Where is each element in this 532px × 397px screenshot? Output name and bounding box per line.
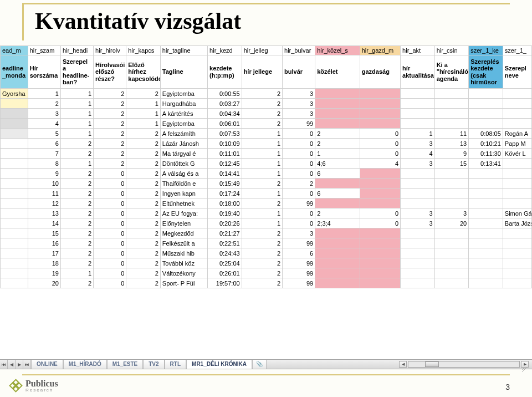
cell-hirolv[interactable]: 0 — [94, 228, 126, 238]
cell-gazd[interactable] — [360, 198, 400, 208]
cell-kapcs[interactable]: 1 — [126, 119, 161, 129]
cell-gazd[interactable] — [360, 179, 400, 189]
cell-szer1k[interactable]: 0:10:21 — [469, 139, 503, 149]
cell-szer1k[interactable]: 0:11:30 — [469, 149, 503, 159]
cell-kezd[interactable]: 0:06:01 — [208, 119, 242, 129]
cell-szer1[interactable] — [503, 179, 531, 189]
cell-ead[interactable] — [1, 238, 28, 248]
cell-head[interactable]: 1 — [60, 99, 93, 109]
cell-tagline[interactable]: Felkészült a — [160, 238, 207, 248]
cell-jelleg[interactable]: 2 — [242, 238, 282, 248]
tab-end-icon[interactable]: 📎 — [252, 360, 267, 369]
cell-akt[interactable] — [401, 109, 435, 119]
cell-bulvar[interactable]: 99 — [283, 119, 315, 129]
cell-kezd[interactable]: 0:26:01 — [208, 268, 242, 278]
table-row[interactable]: 13202Az EU fogya:0:19:40102033Simon Gáb — [1, 208, 532, 218]
cell-csin[interactable] — [434, 258, 469, 268]
tab-online[interactable]: ONLINE — [31, 360, 63, 369]
cell-szam[interactable]: 12 — [28, 198, 60, 208]
cell-jelleg[interactable]: 1 — [242, 189, 282, 198]
cell-head[interactable]: 1 — [60, 268, 93, 278]
cell-ead[interactable]: Gyorsha — [1, 89, 28, 99]
cell-tagline[interactable]: Eltűnhetnek — [160, 198, 207, 208]
tab-m1este[interactable]: M1_ESTE — [107, 360, 144, 369]
cell-head[interactable]: 2 — [60, 189, 93, 198]
cell-szer1[interactable] — [503, 109, 531, 119]
horizontal-scrollbar[interactable]: ◀ ▶ — [399, 360, 532, 368]
table-row[interactable]: 19102Változékony0:26:01299 — [1, 268, 532, 278]
cell-csin[interactable] — [434, 268, 469, 278]
cell-kezd[interactable]: 0:11:01 — [208, 149, 242, 159]
cell-kozel[interactable] — [315, 109, 360, 119]
table-row[interactable]: 5122A felszámíth0:07:5310201110:08:05Rog… — [1, 129, 532, 139]
cell-csin[interactable] — [434, 109, 469, 119]
table-row[interactable]: 16202Felkészült a0:22:51299 — [1, 238, 532, 248]
cell-tagline[interactable]: Hargadhába — [160, 99, 207, 109]
cell-head[interactable]: 1 — [60, 89, 93, 99]
table-row[interactable]: 15202Megkezdőd0:21:2723 — [1, 228, 532, 238]
cell-kezd[interactable]: 0:21:27 — [208, 228, 242, 238]
cell-kezd[interactable]: 0:12:45 — [208, 159, 242, 169]
cell-szer1k[interactable] — [469, 248, 503, 258]
cell-akt[interactable]: 4 — [401, 149, 435, 159]
cell-kezd[interactable]: 0:24:43 — [208, 248, 242, 258]
cell-szam[interactable]: 18 — [28, 258, 60, 268]
cell-akt[interactable] — [401, 278, 435, 288]
cell-jelleg[interactable]: 1 — [242, 169, 282, 179]
cell-tagline[interactable]: Megkezdőd — [160, 228, 207, 238]
cell-szam[interactable]: 3 — [28, 109, 60, 119]
cell-akt[interactable] — [401, 228, 435, 238]
table-row[interactable]: 8122Döntöttek G0:12:45104;643150:13:41 — [1, 159, 532, 169]
cell-bulvar[interactable]: 3 — [283, 99, 315, 109]
cell-gazd[interactable] — [360, 89, 400, 99]
cell-akt[interactable] — [401, 89, 435, 99]
cell-bulvar[interactable]: 0 — [283, 139, 315, 149]
cell-tagline[interactable]: Előnytelen — [160, 218, 207, 228]
cell-ead[interactable] — [1, 149, 28, 159]
cell-akt[interactable]: 3 — [401, 139, 435, 149]
cell-head[interactable]: 2 — [60, 228, 93, 238]
cell-hirolv[interactable]: 0 — [94, 198, 126, 208]
cell-csin[interactable] — [434, 189, 469, 198]
cell-ead[interactable] — [1, 208, 28, 218]
cell-jelleg[interactable]: 2 — [242, 179, 282, 189]
cell-akt[interactable] — [401, 119, 435, 129]
cell-tagline[interactable]: Thaiföldön e — [160, 179, 207, 189]
cell-szer1[interactable] — [503, 89, 531, 99]
cell-kezd[interactable]: 0:10:09 — [208, 139, 242, 149]
cell-csin[interactable] — [434, 248, 469, 258]
cell-szer1[interactable] — [503, 268, 531, 278]
cell-hirolv[interactable]: 0 — [94, 189, 126, 198]
cell-ead[interactable] — [1, 258, 28, 268]
cell-ead[interactable] — [1, 99, 28, 109]
cell-hirolv[interactable]: 0 — [94, 278, 126, 288]
cell-ead[interactable] — [1, 129, 28, 139]
tab-nav-last-icon[interactable]: ⏭ — [23, 360, 31, 369]
cell-hirolv[interactable]: 2 — [94, 159, 126, 169]
cell-kapcs[interactable]: 2 — [126, 208, 161, 218]
cell-csin[interactable] — [434, 119, 469, 129]
cell-akt[interactable]: 1 — [401, 129, 435, 139]
tab-nav-prev-icon[interactable]: ◀ — [8, 360, 16, 369]
table-row[interactable]: 3121A kártérítés0:04:3423 — [1, 109, 532, 119]
table-row[interactable]: 14202Előnytelen0:20:26102;3;40320Barta J… — [1, 218, 532, 228]
cell-csin[interactable] — [434, 169, 469, 179]
cell-szer1k[interactable] — [469, 179, 503, 189]
cell-szer1[interactable] — [503, 258, 531, 268]
cell-szer1k[interactable] — [469, 238, 503, 248]
cell-szam[interactable]: 2 — [28, 99, 60, 109]
cell-kozel[interactable]: 6 — [315, 169, 360, 179]
cell-head[interactable]: 1 — [60, 129, 93, 139]
cell-szer1[interactable]: Simon Gáb — [503, 208, 531, 218]
cell-bulvar[interactable]: 0 — [283, 129, 315, 139]
cell-szam[interactable]: 6 — [28, 139, 60, 149]
cell-head[interactable]: 1 — [60, 159, 93, 169]
cell-ead[interactable] — [1, 228, 28, 238]
cell-kezd[interactable]: 0:20:26 — [208, 218, 242, 228]
cell-jelleg[interactable]: 2 — [242, 89, 282, 99]
cell-szam[interactable]: 1 — [28, 89, 60, 99]
cell-gazd[interactable]: 0 — [360, 149, 400, 159]
cell-bulvar[interactable]: 0 — [283, 169, 315, 179]
cell-kapcs[interactable]: 1 — [126, 99, 161, 109]
cell-csin[interactable]: 9 — [434, 149, 469, 159]
